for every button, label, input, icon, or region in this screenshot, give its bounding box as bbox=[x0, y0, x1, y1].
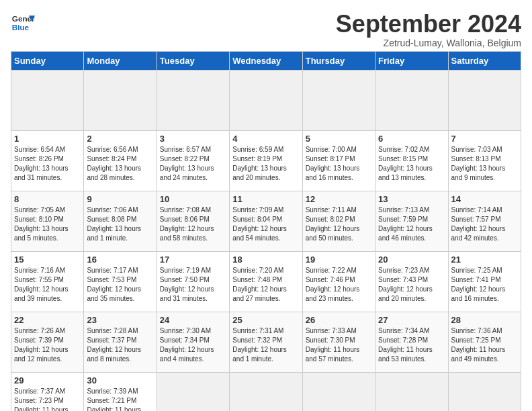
weekday-header: Thursday bbox=[302, 51, 375, 70]
calendar-cell: 19Sunrise: 7:22 AM Sunset: 7:46 PM Dayli… bbox=[302, 251, 375, 312]
calendar-week-row: 1Sunrise: 6:54 AM Sunset: 8:26 PM Daylig… bbox=[11, 130, 521, 191]
calendar-cell: 20Sunrise: 7:23 AM Sunset: 7:43 PM Dayli… bbox=[375, 251, 448, 312]
calendar-cell: 24Sunrise: 7:30 AM Sunset: 7:34 PM Dayli… bbox=[157, 312, 229, 372]
svg-text:Blue: Blue bbox=[12, 23, 30, 32]
day-info: Sunrise: 7:03 AM Sunset: 8:13 PM Dayligh… bbox=[451, 145, 518, 183]
day-number: 2 bbox=[87, 134, 153, 144]
day-number: 20 bbox=[378, 255, 445, 265]
day-info: Sunrise: 7:39 AM Sunset: 7:21 PM Dayligh… bbox=[87, 387, 153, 411]
calendar-week-row bbox=[11, 70, 521, 130]
calendar-cell bbox=[302, 70, 375, 130]
day-info: Sunrise: 7:16 AM Sunset: 7:55 PM Dayligh… bbox=[14, 266, 81, 304]
calendar-table: SundayMondayTuesdayWednesdayThursdayFrid… bbox=[11, 51, 521, 411]
calendar-cell: 23Sunrise: 7:28 AM Sunset: 7:37 PM Dayli… bbox=[84, 312, 157, 372]
day-info: Sunrise: 7:26 AM Sunset: 7:39 PM Dayligh… bbox=[14, 326, 81, 364]
calendar-cell: 1Sunrise: 6:54 AM Sunset: 8:26 PM Daylig… bbox=[11, 130, 84, 191]
day-number: 7 bbox=[451, 134, 518, 144]
calendar-cell: 4Sunrise: 6:59 AM Sunset: 8:19 PM Daylig… bbox=[230, 130, 302, 191]
weekday-header: Tuesday bbox=[157, 51, 229, 70]
calendar-title: September 2024 bbox=[336, 11, 521, 38]
calendar-cell: 22Sunrise: 7:26 AM Sunset: 7:39 PM Dayli… bbox=[11, 312, 84, 372]
day-number: 23 bbox=[87, 315, 153, 325]
logo: General Blue bbox=[11, 11, 35, 35]
day-number: 10 bbox=[160, 194, 226, 204]
day-number: 18 bbox=[232, 255, 299, 265]
day-number: 26 bbox=[306, 315, 372, 325]
day-info: Sunrise: 7:08 AM Sunset: 8:06 PM Dayligh… bbox=[160, 205, 226, 243]
title-block: September 2024 Zetrud-Lumay, Wallonia, B… bbox=[336, 11, 521, 48]
day-info: Sunrise: 7:19 AM Sunset: 7:50 PM Dayligh… bbox=[160, 266, 226, 304]
day-info: Sunrise: 7:37 AM Sunset: 7:23 PM Dayligh… bbox=[14, 387, 81, 411]
day-number: 16 bbox=[87, 255, 153, 265]
day-info: Sunrise: 7:09 AM Sunset: 8:04 PM Dayligh… bbox=[232, 205, 299, 243]
day-number: 5 bbox=[306, 134, 372, 144]
day-info: Sunrise: 6:56 AM Sunset: 8:24 PM Dayligh… bbox=[87, 145, 153, 183]
calendar-cell: 27Sunrise: 7:34 AM Sunset: 7:28 PM Dayli… bbox=[375, 312, 448, 372]
day-number: 24 bbox=[160, 315, 226, 325]
page-header: General Blue September 2024 Zetrud-Lumay… bbox=[11, 11, 521, 48]
day-info: Sunrise: 7:36 AM Sunset: 7:25 PM Dayligh… bbox=[451, 326, 518, 364]
day-number: 21 bbox=[451, 255, 518, 265]
day-number: 17 bbox=[160, 255, 226, 265]
day-number: 12 bbox=[306, 194, 372, 204]
calendar-cell: 21Sunrise: 7:25 AM Sunset: 7:41 PM Dayli… bbox=[448, 251, 521, 312]
logo-icon: General Blue bbox=[11, 11, 35, 35]
weekday-header: Saturday bbox=[448, 51, 521, 70]
day-info: Sunrise: 7:13 AM Sunset: 7:59 PM Dayligh… bbox=[378, 205, 445, 243]
calendar-header-row: SundayMondayTuesdayWednesdayThursdayFrid… bbox=[11, 51, 521, 70]
day-info: Sunrise: 7:25 AM Sunset: 7:41 PM Dayligh… bbox=[451, 266, 518, 304]
day-info: Sunrise: 6:57 AM Sunset: 8:22 PM Dayligh… bbox=[160, 145, 226, 183]
day-info: Sunrise: 6:59 AM Sunset: 8:19 PM Dayligh… bbox=[232, 145, 299, 183]
calendar-cell: 14Sunrise: 7:14 AM Sunset: 7:57 PM Dayli… bbox=[448, 191, 521, 251]
calendar-cell: 2Sunrise: 6:56 AM Sunset: 8:24 PM Daylig… bbox=[84, 130, 157, 191]
day-number: 6 bbox=[378, 134, 445, 144]
day-number: 15 bbox=[14, 255, 81, 265]
calendar-cell: 29Sunrise: 7:37 AM Sunset: 7:23 PM Dayli… bbox=[11, 372, 84, 411]
day-info: Sunrise: 7:02 AM Sunset: 8:15 PM Dayligh… bbox=[378, 145, 445, 183]
calendar-cell: 25Sunrise: 7:31 AM Sunset: 7:32 PM Dayli… bbox=[230, 312, 302, 372]
calendar-cell: 15Sunrise: 7:16 AM Sunset: 7:55 PM Dayli… bbox=[11, 251, 84, 312]
day-number: 29 bbox=[14, 375, 81, 385]
weekday-header: Friday bbox=[375, 51, 448, 70]
day-info: Sunrise: 7:00 AM Sunset: 8:17 PM Dayligh… bbox=[306, 145, 372, 183]
calendar-cell bbox=[157, 70, 229, 130]
calendar-cell: 30Sunrise: 7:39 AM Sunset: 7:21 PM Dayli… bbox=[84, 372, 157, 411]
day-number: 25 bbox=[232, 315, 299, 325]
calendar-cell: 11Sunrise: 7:09 AM Sunset: 8:04 PM Dayli… bbox=[230, 191, 302, 251]
calendar-week-row: 8Sunrise: 7:05 AM Sunset: 8:10 PM Daylig… bbox=[11, 191, 521, 251]
day-number: 9 bbox=[87, 194, 153, 204]
calendar-cell: 13Sunrise: 7:13 AM Sunset: 7:59 PM Dayli… bbox=[375, 191, 448, 251]
day-info: Sunrise: 6:54 AM Sunset: 8:26 PM Dayligh… bbox=[14, 145, 81, 183]
day-number: 4 bbox=[232, 134, 299, 144]
day-info: Sunrise: 7:20 AM Sunset: 7:48 PM Dayligh… bbox=[232, 266, 299, 304]
calendar-cell: 17Sunrise: 7:19 AM Sunset: 7:50 PM Dayli… bbox=[157, 251, 229, 312]
day-number: 19 bbox=[306, 255, 372, 265]
calendar-cell bbox=[230, 70, 302, 130]
day-info: Sunrise: 7:30 AM Sunset: 7:34 PM Dayligh… bbox=[160, 326, 226, 364]
day-number: 14 bbox=[451, 194, 518, 204]
day-number: 8 bbox=[14, 194, 81, 204]
day-info: Sunrise: 7:31 AM Sunset: 7:32 PM Dayligh… bbox=[232, 326, 299, 364]
day-info: Sunrise: 7:06 AM Sunset: 8:08 PM Dayligh… bbox=[87, 205, 153, 243]
calendar-cell: 7Sunrise: 7:03 AM Sunset: 8:13 PM Daylig… bbox=[448, 130, 521, 191]
day-info: Sunrise: 7:33 AM Sunset: 7:30 PM Dayligh… bbox=[306, 326, 372, 364]
calendar-subtitle: Zetrud-Lumay, Wallonia, Belgium bbox=[336, 38, 521, 48]
day-info: Sunrise: 7:34 AM Sunset: 7:28 PM Dayligh… bbox=[378, 326, 445, 364]
day-info: Sunrise: 7:28 AM Sunset: 7:37 PM Dayligh… bbox=[87, 326, 153, 364]
day-number: 11 bbox=[232, 194, 299, 204]
day-info: Sunrise: 7:22 AM Sunset: 7:46 PM Dayligh… bbox=[306, 266, 372, 304]
calendar-cell: 8Sunrise: 7:05 AM Sunset: 8:10 PM Daylig… bbox=[11, 191, 84, 251]
calendar-cell: 6Sunrise: 7:02 AM Sunset: 8:15 PM Daylig… bbox=[375, 130, 448, 191]
calendar-cell: 26Sunrise: 7:33 AM Sunset: 7:30 PM Dayli… bbox=[302, 312, 375, 372]
calendar-cell bbox=[230, 372, 302, 411]
day-info: Sunrise: 7:23 AM Sunset: 7:43 PM Dayligh… bbox=[378, 266, 445, 304]
day-info: Sunrise: 7:17 AM Sunset: 7:53 PM Dayligh… bbox=[87, 266, 153, 304]
calendar-cell bbox=[11, 70, 84, 130]
calendar-cell: 10Sunrise: 7:08 AM Sunset: 8:06 PM Dayli… bbox=[157, 191, 229, 251]
day-info: Sunrise: 7:11 AM Sunset: 8:02 PM Dayligh… bbox=[306, 205, 372, 243]
calendar-week-row: 15Sunrise: 7:16 AM Sunset: 7:55 PM Dayli… bbox=[11, 251, 521, 312]
day-info: Sunrise: 7:14 AM Sunset: 7:57 PM Dayligh… bbox=[451, 205, 518, 243]
calendar-cell: 9Sunrise: 7:06 AM Sunset: 8:08 PM Daylig… bbox=[84, 191, 157, 251]
calendar-week-row: 22Sunrise: 7:26 AM Sunset: 7:39 PM Dayli… bbox=[11, 312, 521, 372]
calendar-cell: 5Sunrise: 7:00 AM Sunset: 8:17 PM Daylig… bbox=[302, 130, 375, 191]
